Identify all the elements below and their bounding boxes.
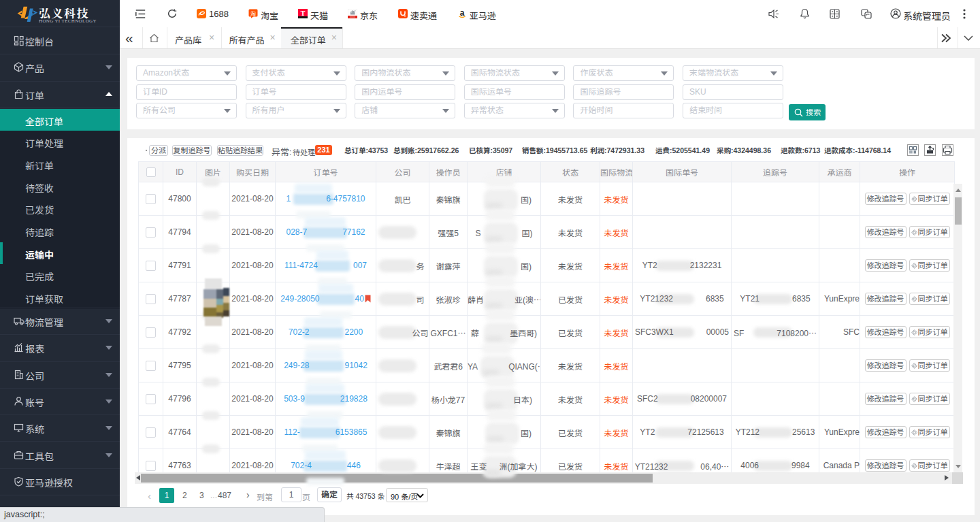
svg-text:淘: 淘 (250, 11, 256, 17)
svg-text:T: T (301, 10, 306, 17)
svg-text:a: a (460, 9, 465, 18)
